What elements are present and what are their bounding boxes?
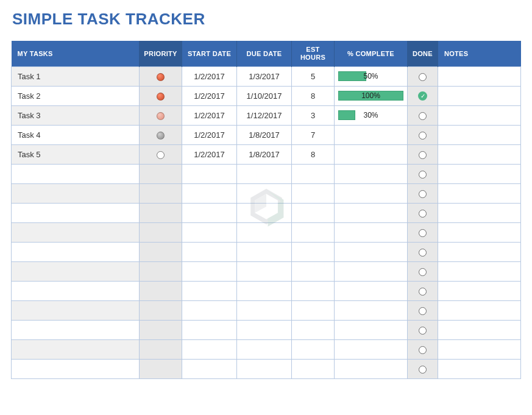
empty-cell[interactable] bbox=[182, 222, 237, 242]
notes-cell[interactable] bbox=[438, 125, 521, 144]
done-cell[interactable] bbox=[408, 242, 438, 261]
due-date-cell[interactable]: 1/12/2017 bbox=[237, 105, 292, 125]
empty-cell[interactable] bbox=[335, 281, 408, 300]
empty-cell[interactable] bbox=[237, 359, 292, 378]
pct-complete-cell[interactable]: 100% bbox=[335, 86, 408, 105]
done-cell[interactable] bbox=[408, 339, 438, 359]
done-cell[interactable] bbox=[408, 300, 438, 320]
notes-cell[interactable] bbox=[438, 320, 521, 339]
empty-cell[interactable] bbox=[182, 339, 237, 359]
empty-cell[interactable] bbox=[182, 183, 237, 203]
task-name-cell[interactable]: Task 1 bbox=[12, 66, 140, 86]
empty-cell[interactable] bbox=[335, 222, 408, 242]
priority-cell[interactable] bbox=[140, 105, 182, 125]
due-date-cell[interactable]: 1/8/2017 bbox=[237, 144, 292, 164]
est-hours-cell[interactable]: 3 bbox=[292, 105, 335, 125]
notes-cell[interactable] bbox=[438, 359, 521, 378]
done-cell[interactable] bbox=[408, 183, 438, 203]
task-name-cell[interactable]: Task 4 bbox=[12, 125, 140, 144]
task-name-cell[interactable]: Task 2 bbox=[12, 86, 140, 105]
empty-cell[interactable] bbox=[237, 164, 292, 183]
empty-cell[interactable] bbox=[292, 281, 335, 300]
empty-cell[interactable] bbox=[237, 222, 292, 242]
empty-cell[interactable] bbox=[292, 261, 335, 281]
empty-cell[interactable] bbox=[335, 261, 408, 281]
priority-cell[interactable] bbox=[140, 164, 182, 183]
empty-cell[interactable] bbox=[182, 300, 237, 320]
empty-cell[interactable] bbox=[237, 281, 292, 300]
priority-cell[interactable] bbox=[140, 281, 182, 300]
due-date-cell[interactable]: 1/3/2017 bbox=[237, 66, 292, 86]
done-cell[interactable] bbox=[408, 164, 438, 183]
task-name-cell[interactable] bbox=[12, 300, 140, 320]
task-name-cell[interactable] bbox=[12, 281, 140, 300]
empty-cell[interactable] bbox=[292, 222, 335, 242]
priority-cell[interactable] bbox=[140, 125, 182, 144]
done-cell[interactable] bbox=[408, 261, 438, 281]
empty-cell[interactable] bbox=[335, 242, 408, 261]
task-name-cell[interactable] bbox=[12, 222, 140, 242]
due-date-cell[interactable]: 1/10/2017 bbox=[237, 86, 292, 105]
empty-cell[interactable] bbox=[335, 359, 408, 378]
task-name-cell[interactable]: Task 3 bbox=[12, 105, 140, 125]
priority-cell[interactable] bbox=[140, 86, 182, 105]
start-date-cell[interactable]: 1/2/2017 bbox=[182, 66, 237, 86]
done-cell[interactable] bbox=[408, 203, 438, 222]
done-cell[interactable] bbox=[408, 144, 438, 164]
empty-cell[interactable] bbox=[335, 203, 408, 222]
done-cell[interactable] bbox=[408, 320, 438, 339]
notes-cell[interactable] bbox=[438, 66, 521, 86]
priority-cell[interactable] bbox=[140, 183, 182, 203]
notes-cell[interactable] bbox=[438, 261, 521, 281]
empty-cell[interactable] bbox=[237, 261, 292, 281]
notes-cell[interactable] bbox=[438, 339, 521, 359]
empty-cell[interactable] bbox=[237, 320, 292, 339]
notes-cell[interactable] bbox=[438, 281, 521, 300]
pct-complete-cell[interactable] bbox=[335, 125, 408, 144]
task-name-cell[interactable] bbox=[12, 261, 140, 281]
priority-cell[interactable] bbox=[140, 300, 182, 320]
priority-cell[interactable] bbox=[140, 144, 182, 164]
priority-cell[interactable] bbox=[140, 203, 182, 222]
notes-cell[interactable] bbox=[438, 164, 521, 183]
est-hours-cell[interactable]: 7 bbox=[292, 125, 335, 144]
empty-cell[interactable] bbox=[182, 359, 237, 378]
task-name-cell[interactable]: Task 5 bbox=[12, 144, 140, 164]
empty-cell[interactable] bbox=[292, 242, 335, 261]
done-cell[interactable] bbox=[408, 105, 438, 125]
empty-cell[interactable] bbox=[237, 339, 292, 359]
task-name-cell[interactable] bbox=[12, 359, 140, 378]
start-date-cell[interactable]: 1/2/2017 bbox=[182, 144, 237, 164]
done-cell[interactable] bbox=[408, 281, 438, 300]
empty-cell[interactable] bbox=[335, 320, 408, 339]
done-cell[interactable] bbox=[408, 222, 438, 242]
empty-cell[interactable] bbox=[292, 339, 335, 359]
empty-cell[interactable] bbox=[237, 183, 292, 203]
empty-cell[interactable] bbox=[182, 261, 237, 281]
empty-cell[interactable] bbox=[182, 281, 237, 300]
empty-cell[interactable] bbox=[335, 300, 408, 320]
empty-cell[interactable] bbox=[292, 164, 335, 183]
done-cell[interactable] bbox=[408, 125, 438, 144]
priority-cell[interactable] bbox=[140, 222, 182, 242]
empty-cell[interactable] bbox=[182, 242, 237, 261]
pct-complete-cell[interactable] bbox=[335, 144, 408, 164]
empty-cell[interactable] bbox=[237, 203, 292, 222]
done-cell[interactable] bbox=[408, 359, 438, 378]
task-name-cell[interactable] bbox=[12, 164, 140, 183]
est-hours-cell[interactable]: 8 bbox=[292, 144, 335, 164]
priority-cell[interactable] bbox=[140, 242, 182, 261]
empty-cell[interactable] bbox=[182, 203, 237, 222]
due-date-cell[interactable]: 1/8/2017 bbox=[237, 125, 292, 144]
priority-cell[interactable] bbox=[140, 66, 182, 86]
notes-cell[interactable] bbox=[438, 105, 521, 125]
start-date-cell[interactable]: 1/2/2017 bbox=[182, 125, 237, 144]
empty-cell[interactable] bbox=[335, 183, 408, 203]
notes-cell[interactable] bbox=[438, 203, 521, 222]
pct-complete-cell[interactable]: 30% bbox=[335, 105, 408, 125]
empty-cell[interactable] bbox=[237, 242, 292, 261]
start-date-cell[interactable]: 1/2/2017 bbox=[182, 86, 237, 105]
priority-cell[interactable] bbox=[140, 320, 182, 339]
empty-cell[interactable] bbox=[182, 320, 237, 339]
done-cell[interactable]: ✓ bbox=[408, 86, 438, 105]
